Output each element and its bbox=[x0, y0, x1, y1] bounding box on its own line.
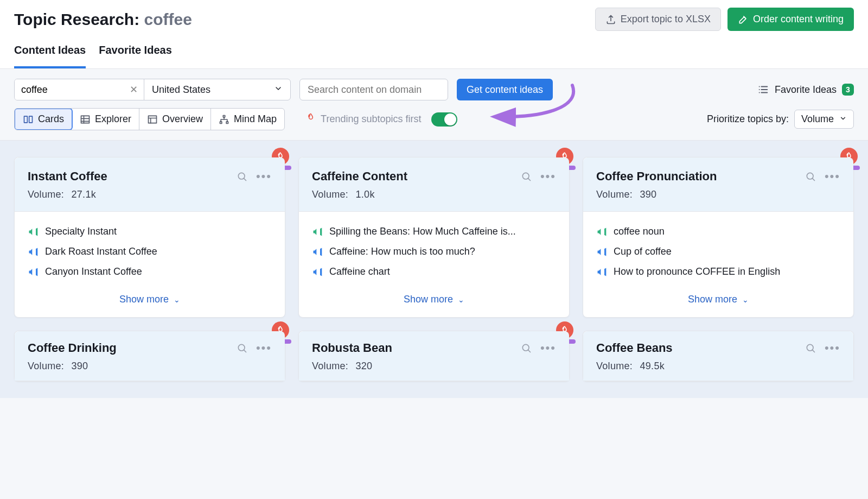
idea-text: Cup of coffee bbox=[614, 246, 672, 257]
idea-text: Spilling the Beans: How Much Caffeine is… bbox=[329, 226, 516, 237]
card-volume: Volume: 49.5k bbox=[596, 361, 840, 372]
card-volume: Volume: 390 bbox=[596, 189, 840, 200]
page-title-query: coffee bbox=[144, 10, 192, 28]
idea-text: How to pronounce COFFEE in English bbox=[614, 266, 780, 277]
domain-search-input[interactable] bbox=[299, 79, 448, 100]
table-icon bbox=[80, 114, 91, 125]
idea-list: Spilling the Beans: How Much Caffeine is… bbox=[299, 212, 569, 285]
export-xlsx-button[interactable]: Export topic to XLSX bbox=[595, 8, 721, 31]
tab-favorite-ideas[interactable]: Favorite Ideas bbox=[99, 36, 172, 68]
card-title: Coffee Drinking bbox=[28, 341, 117, 355]
idea-text: coffee noun bbox=[614, 226, 665, 237]
idea-item[interactable]: Canyon Instant Coffee bbox=[28, 266, 272, 277]
card-more-icon[interactable]: ••• bbox=[540, 174, 556, 179]
idea-item[interactable]: Spilling the Beans: How Much Caffeine is… bbox=[312, 226, 556, 237]
overview-icon bbox=[147, 114, 158, 125]
idea-item[interactable]: How to pronounce COFFEE in English bbox=[596, 266, 840, 277]
topic-card: Instant Coffee•••Volume: 27.1kSpecialty … bbox=[14, 157, 285, 318]
view-overview-label: Overview bbox=[162, 113, 203, 125]
card-search-icon[interactable] bbox=[237, 343, 247, 353]
megaphone-icon bbox=[312, 247, 323, 257]
idea-item[interactable]: Caffeine: How much is too much? bbox=[312, 246, 556, 257]
card-volume: Volume: 27.1k bbox=[28, 189, 272, 200]
topic-card: Robusta Bean•••Volume: 320 bbox=[298, 331, 570, 382]
topic-card: Coffee Beans•••Volume: 49.5k bbox=[583, 331, 854, 382]
chevron-down-icon bbox=[839, 113, 847, 125]
card-more-icon[interactable]: ••• bbox=[256, 174, 272, 179]
chevron-down-icon: ⌄ bbox=[174, 295, 180, 304]
chevron-down-icon: ⌄ bbox=[742, 295, 749, 304]
megaphone-icon bbox=[28, 226, 39, 237]
idea-text: Dark Roast Instant Coffee bbox=[45, 246, 157, 257]
view-cards-label: Cards bbox=[38, 113, 64, 125]
favorite-ideas-label: Favorite Ideas bbox=[775, 84, 837, 96]
favorite-ideas-link[interactable]: Favorite Ideas 3 bbox=[757, 84, 854, 96]
card-search-icon[interactable] bbox=[521, 343, 532, 353]
tab-content-ideas[interactable]: Content Ideas bbox=[14, 36, 86, 68]
idea-list: Specialty InstantDark Roast Instant Coff… bbox=[15, 212, 285, 285]
card-title: Caffeine Content bbox=[312, 169, 407, 184]
country-select[interactable]: United States bbox=[144, 79, 290, 100]
idea-item[interactable]: Cup of coffee bbox=[596, 246, 840, 257]
idea-list: coffee nounCup of coffeeHow to pronounce… bbox=[583, 212, 853, 285]
get-content-ideas-button[interactable]: Get content ideas bbox=[457, 79, 553, 100]
card-more-icon[interactable]: ••• bbox=[825, 345, 840, 351]
idea-item[interactable]: Dark Roast Instant Coffee bbox=[28, 246, 272, 257]
view-explorer-label: Explorer bbox=[95, 113, 131, 125]
order-content-writing-button[interactable]: Order content writing bbox=[727, 8, 854, 31]
idea-item[interactable]: coffee noun bbox=[596, 226, 840, 237]
card-title: Coffee Beans bbox=[596, 341, 673, 355]
show-more-link[interactable]: Show more ⌄ bbox=[404, 294, 464, 305]
card-search-icon[interactable] bbox=[805, 343, 816, 353]
card-title: Robusta Bean bbox=[312, 341, 392, 355]
clear-topic-button[interactable]: ✕ bbox=[123, 79, 144, 100]
idea-text: Specialty Instant bbox=[45, 226, 117, 237]
topic-country-combo: ✕ United States bbox=[14, 79, 291, 100]
card-more-icon[interactable]: ••• bbox=[256, 345, 272, 351]
megaphone-icon bbox=[596, 267, 607, 277]
idea-item[interactable]: Specialty Instant bbox=[28, 226, 272, 237]
card-volume: Volume: 320 bbox=[312, 361, 556, 372]
view-mindmap-label: Mind Map bbox=[234, 113, 277, 125]
export-xlsx-label: Export topic to XLSX bbox=[621, 14, 711, 25]
view-segmented-control: Cards Explorer Overview Mind Map bbox=[14, 108, 285, 130]
prioritize-label: Prioritize topics by: bbox=[707, 113, 789, 125]
megaphone-icon bbox=[28, 247, 39, 257]
idea-text: Caffeine: How much is too much? bbox=[329, 246, 475, 257]
prioritize-select[interactable]: Volume bbox=[794, 110, 854, 129]
view-overview[interactable]: Overview bbox=[139, 109, 211, 130]
prioritize-select-value: Volume bbox=[801, 113, 834, 125]
topic-card: Coffee Pronunciation•••Volume: 390coffee… bbox=[583, 157, 854, 318]
mindmap-icon bbox=[219, 114, 229, 125]
show-more-link[interactable]: Show more ⌄ bbox=[119, 294, 180, 305]
card-title: Instant Coffee bbox=[28, 169, 107, 184]
card-search-icon[interactable] bbox=[237, 171, 247, 182]
card-search-icon[interactable] bbox=[521, 171, 532, 182]
order-content-writing-label: Order content writing bbox=[753, 14, 844, 25]
fire-icon bbox=[305, 112, 316, 126]
chevron-down-icon bbox=[274, 84, 283, 96]
card-volume: Volume: 1.0k bbox=[312, 189, 556, 200]
topic-input[interactable] bbox=[15, 79, 123, 100]
page-title-label: Topic Research: bbox=[14, 10, 139, 28]
card-search-icon[interactable] bbox=[805, 171, 816, 182]
megaphone-icon bbox=[596, 226, 607, 237]
trending-subtopics-text: Trending subtopics first bbox=[321, 113, 421, 125]
topic-card: Caffeine Content•••Volume: 1.0kSpilling … bbox=[298, 157, 570, 318]
show-more-link[interactable]: Show more ⌄ bbox=[688, 294, 749, 305]
card-more-icon[interactable]: ••• bbox=[540, 345, 556, 351]
edit-icon bbox=[738, 14, 749, 25]
idea-item[interactable]: Caffeine chart bbox=[312, 266, 556, 277]
chevron-down-icon: ⌄ bbox=[458, 295, 464, 304]
view-mindmap[interactable]: Mind Map bbox=[211, 109, 284, 130]
view-explorer[interactable]: Explorer bbox=[72, 109, 139, 130]
trending-subtopics-label: Trending subtopics first bbox=[305, 112, 421, 126]
country-select-value: United States bbox=[152, 84, 210, 96]
idea-text: Canyon Instant Coffee bbox=[45, 266, 142, 277]
page-title: Topic Research: coffee bbox=[14, 10, 192, 29]
trending-toggle[interactable] bbox=[431, 112, 457, 127]
view-cards[interactable]: Cards bbox=[14, 108, 73, 130]
megaphone-icon bbox=[596, 247, 607, 257]
cards-icon bbox=[23, 114, 34, 125]
card-more-icon[interactable]: ••• bbox=[825, 174, 840, 179]
